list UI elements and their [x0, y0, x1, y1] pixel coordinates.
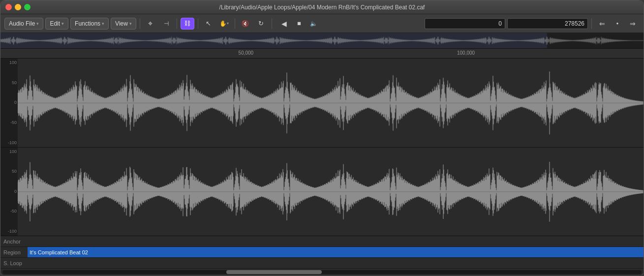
amp-50-top-1: 50: [1, 81, 17, 85]
sep-2: [177, 18, 177, 29]
view-chevron-icon: ▾: [129, 21, 132, 26]
pointer-icon: ↖: [206, 20, 211, 27]
sloop-label: S. Loop: [0, 260, 28, 266]
view-label: View: [115, 20, 128, 27]
functions-menu[interactable]: Functions ▾: [70, 18, 109, 30]
zoom-dot-button[interactable]: ●: [611, 18, 624, 30]
rewind-icon: ◀: [281, 20, 287, 28]
pointer-tool-button[interactable]: ↖: [202, 18, 215, 30]
region-label: Region: [0, 249, 28, 255]
mute-button[interactable]: 🔇: [239, 18, 252, 30]
title-bar: /Library/Audio/Apple Loops/Apple/04 Mode…: [0, 0, 644, 14]
zoom-out-icon: ⇐: [599, 20, 605, 28]
link-icon: ⛓: [184, 20, 190, 27]
view-menu[interactable]: View ▾: [111, 18, 136, 30]
region-row: Region It's Complicated Beat 02: [0, 247, 644, 258]
amp-100-bot-2: -100: [1, 229, 17, 234]
trim-icon: ⊣: [164, 20, 169, 27]
sloop-row: S. Loop: [0, 258, 644, 269]
volume-icon-btn[interactable]: 🔈: [307, 18, 321, 30]
scrollbar-row[interactable]: [0, 269, 644, 276]
functions-chevron-icon: ▾: [102, 21, 104, 26]
scrollbar-track[interactable]: [2, 270, 642, 274]
anchor-label: Anchor: [0, 239, 28, 245]
mute-icon: 🔇: [242, 20, 249, 27]
zoom-controls: ⇐ ● ⇒: [595, 18, 640, 30]
functions-label: Functions: [75, 20, 100, 27]
amp-100-bot-1: -100: [1, 141, 17, 145]
info-bar: Anchor Region It's Complicated Beat 02 S…: [0, 236, 644, 276]
ruler-marker-50k: 50,000: [239, 50, 254, 56]
amplitude-labels-2: 100 50 0 -50 -100: [0, 148, 18, 236]
overview-bar[interactable]: [0, 33, 644, 49]
zoom-in-icon: ⇒: [630, 20, 636, 28]
amp-100-top-1: 100: [1, 61, 17, 65]
volume-icon: 🔈: [310, 20, 317, 27]
window-title: /Library/Audio/Apple Loops/Apple/04 Mode…: [219, 4, 425, 11]
trim-tool-button[interactable]: ⊣: [159, 18, 173, 30]
window-controls: [5, 4, 31, 10]
loop-icon: ↻: [258, 20, 264, 27]
edit-chevron-icon: ▾: [61, 21, 64, 26]
ruler-marker-100k: 100,000: [457, 50, 475, 56]
position-display: [425, 18, 588, 29]
amp-0-2: 0: [1, 189, 17, 194]
hand-chevron-icon: ▾: [227, 21, 229, 26]
zoom-out-button[interactable]: ⇐: [595, 18, 609, 30]
amp-0-1: 0: [1, 100, 17, 105]
hand-icon: ✋: [219, 20, 227, 27]
maximize-button[interactable]: [24, 4, 31, 10]
link-button[interactable]: ⛓: [181, 18, 194, 30]
amplitude-labels-1: 100 50 0 -50 -100: [0, 59, 18, 147]
amp-100-top-2: 100: [1, 150, 17, 154]
length-field[interactable]: [507, 18, 588, 29]
audio-file-label: Audio File: [9, 20, 35, 27]
amp-50-top-2: 50: [1, 169, 17, 174]
waveform-channel-1[interactable]: 100 50 0 -50 -100: [0, 59, 644, 148]
sep-6: [591, 18, 592, 29]
amp-50-bot-1: -50: [1, 121, 17, 125]
rewind-button[interactable]: ◀: [277, 18, 291, 30]
position-field[interactable]: [425, 18, 505, 29]
stop-button[interactable]: ⏹: [292, 18, 306, 30]
waveform-channel-2[interactable]: 100 50 0 -50 -100: [0, 148, 644, 236]
sep-3: [198, 18, 198, 29]
zoom-dot-icon: ●: [616, 21, 619, 26]
waveform-canvas-2: [18, 148, 644, 236]
zoom-in-button[interactable]: ⇒: [626, 18, 640, 30]
audio-file-chevron-icon: ▾: [36, 21, 39, 26]
sep-1: [140, 18, 140, 29]
scrollbar-thumb[interactable]: [226, 270, 322, 274]
hand-tool-button[interactable]: ✋ ▾: [217, 18, 231, 30]
audio-file-menu[interactable]: Audio File ▾: [4, 18, 43, 30]
waveform-canvas-1: [18, 59, 644, 147]
sep-5: [272, 18, 272, 29]
amp-50-bot-2: -50: [1, 209, 17, 214]
edit-label: Edit: [50, 20, 60, 27]
main-window: /Library/Audio/Apple Loops/Apple/04 Mode…: [0, 0, 644, 276]
waveform-area: 100 50 0 -50 -100 100 50 0 -50 -100: [0, 59, 644, 236]
region-value: It's Complicated Beat 02: [28, 247, 644, 257]
toolbar: Audio File ▾ Edit ▾ Functions ▾ View ▾ ⌖…: [0, 14, 644, 33]
ruler: 50,000 100,000: [0, 49, 644, 59]
split-tool-button[interactable]: ⌖: [144, 18, 157, 30]
edit-menu[interactable]: Edit ▾: [45, 18, 68, 30]
transport-group: ◀ ⏹ 🔈: [277, 18, 321, 30]
stop-icon: ⏹: [297, 21, 302, 26]
sep-4: [235, 18, 235, 29]
loop-button[interactable]: ↻: [254, 18, 268, 30]
split-icon: ⌖: [148, 19, 153, 28]
anchor-row: Anchor: [0, 236, 644, 247]
close-button[interactable]: [5, 4, 12, 10]
minimize-button[interactable]: [15, 4, 21, 10]
overview-canvas: [0, 33, 644, 48]
